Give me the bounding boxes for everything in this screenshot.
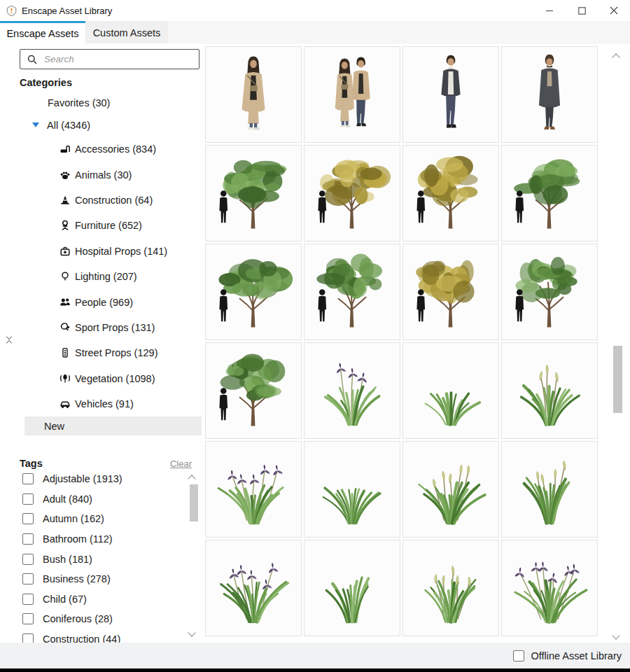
category-label: Street Props (129) (75, 347, 158, 358)
asset-thumbnail-grass-plant[interactable] (304, 441, 400, 538)
tag-label: Coniferous (28) (43, 613, 113, 624)
paddle-icon (59, 321, 71, 334)
category-item-construction[interactable]: Construction (64) (6, 188, 202, 213)
tag-checkbox[interactable] (22, 634, 34, 643)
asset-thumbnail-bud-plant-tall[interactable] (501, 441, 598, 538)
search-box (20, 49, 200, 69)
category-item-all[interactable]: All (4346) (6, 113, 202, 136)
asset-grid (205, 46, 601, 640)
asset-thumbnail-grass-plant[interactable] (402, 342, 499, 439)
tags-scrollbar-thumb[interactable] (190, 484, 198, 522)
category-item-hospital[interactable]: Hospital Props (141) (6, 239, 202, 264)
category-item-people[interactable]: People (969) (6, 289, 202, 314)
tab-custom-assets-label: Custom Assets (93, 27, 161, 38)
grid-scroll-up-icon[interactable] (613, 50, 619, 63)
titlebar: Enscape Asset Library (0, 0, 630, 21)
minimize-icon[interactable] (533, 0, 566, 21)
trees-icon (59, 372, 71, 385)
tab-bar: Enscape Assets Custom Assets (0, 21, 630, 44)
asset-thumbnail-bud-plant[interactable] (402, 441, 499, 538)
tag-item-construction[interactable]: Construction (44) (22, 629, 185, 643)
tag-item-bathroom[interactable]: Bathroom (112) (22, 529, 185, 550)
tag-item-bush[interactable]: Bush (181) (22, 549, 185, 569)
category-item-accessories[interactable]: Accessories (834) (6, 136, 202, 162)
asset-thumbnail-grass-plant-tall[interactable] (304, 540, 400, 636)
search-input[interactable] (43, 53, 199, 65)
asset-thumbnail-iris-plant-flowering[interactable] (205, 540, 302, 636)
tag-label: Adjustable (1913) (43, 473, 122, 484)
tag-checkbox[interactable] (22, 513, 34, 524)
asset-thumbnail-tree-green[interactable] (304, 244, 400, 340)
category-item-vehicles[interactable]: Vehicles (91) (6, 391, 202, 416)
asset-thumbnail-bud-plant[interactable] (402, 540, 499, 636)
category-item-animals[interactable]: Animals (30) (6, 162, 202, 187)
tab-custom-assets[interactable]: Custom Assets (85, 21, 168, 44)
asset-thumbnail-tree-autumn[interactable] (304, 145, 400, 241)
search-icon (27, 55, 37, 64)
window-bottom-edge (0, 668, 630, 672)
tag-checkbox[interactable] (22, 533, 34, 545)
tag-item-autumn[interactable]: Autumn (162) (22, 509, 185, 529)
lightbulb-icon (59, 270, 71, 283)
close-icon[interactable] (598, 0, 630, 21)
category-item-favorites[interactable]: Favorites (30) (6, 92, 202, 113)
asset-thumbnail-tree-green[interactable] (205, 244, 302, 340)
category-all-label: All (4346) (47, 120, 90, 131)
asset-thumbnail-tree-green[interactable] (501, 244, 598, 340)
category-item-furniture[interactable]: Furniture (652) (6, 213, 202, 238)
tag-item-adult[interactable]: Adult (840) (22, 489, 185, 510)
tag-item-child[interactable]: Child (67) (22, 589, 185, 610)
tag-label: Child (67) (43, 594, 87, 605)
tag-list: Adjustable (1913)Adult (840)Autumn (162)… (22, 469, 185, 643)
asset-thumbnail-iris-plant-flowering[interactable] (304, 342, 400, 439)
asset-thumbnail-couple-in-coats[interactable] (304, 46, 400, 143)
category-label: Animals (30) (75, 169, 132, 181)
category-item-vegetation[interactable]: Vegetation (1098) (6, 366, 202, 391)
tag-checkbox[interactable] (22, 493, 34, 505)
asset-thumbnail-man-in-gray-coat[interactable] (501, 46, 598, 143)
new-button[interactable]: New (24, 416, 202, 435)
tag-label: Business (278) (43, 573, 111, 584)
asset-thumbnail-tree-green[interactable] (501, 145, 598, 241)
grid-scrollbar-thumb[interactable] (613, 346, 622, 413)
tab-enscape-assets[interactable]: Enscape Assets (0, 21, 85, 44)
expand-arrow-icon[interactable] (32, 122, 39, 127)
asset-thumbnail-iris-plant-flowering[interactable] (205, 441, 302, 538)
tag-item-adjustable[interactable]: Adjustable (1913) (22, 469, 185, 489)
tag-checkbox[interactable] (22, 594, 34, 605)
tag-item-business[interactable]: Business (278) (22, 569, 185, 589)
category-label: Lighting (207) (75, 271, 137, 282)
asset-thumbnail-man-in-dark-jacket[interactable] (402, 46, 499, 143)
asset-thumbnail-iris-plant-flowering[interactable] (501, 540, 598, 636)
traffic-cone-icon (59, 194, 71, 206)
category-label: Sport Props (131) (75, 322, 155, 333)
category-label: Hospital Props (141) (75, 246, 167, 257)
category-label: People (969) (75, 297, 133, 308)
tags-scroll-up-icon[interactable] (189, 472, 195, 484)
window-title: Enscape Asset Library (22, 6, 112, 16)
maximize-icon[interactable] (566, 0, 598, 21)
sidebar-collapse-handle[interactable] (7, 335, 11, 345)
enscape-logo-icon (6, 5, 18, 17)
tags-heading: Tags (20, 458, 43, 469)
asset-thumbnail-tree-autumn[interactable] (402, 145, 499, 241)
grid-scroll-down-icon[interactable] (613, 629, 619, 641)
asset-thumbnail-tree-green[interactable] (205, 342, 302, 439)
category-item-lighting[interactable]: Lighting (207) (6, 264, 202, 289)
asset-thumbnail-bud-plant[interactable] (501, 342, 598, 439)
category-item-sport[interactable]: Sport Props (131) (6, 315, 202, 340)
category-item-street[interactable]: Street Props (129) (6, 340, 202, 365)
tag-checkbox[interactable] (22, 613, 34, 624)
offline-asset-library-label: Offline Asset Library (531, 650, 622, 662)
asset-thumbnail-tree-green[interactable] (205, 145, 302, 241)
asset-thumbnail-woman-in-trench-coat[interactable] (205, 46, 302, 143)
tag-checkbox[interactable] (22, 554, 34, 565)
tag-checkbox[interactable] (22, 473, 34, 484)
offline-asset-library-checkbox[interactable] (513, 650, 524, 662)
clear-tags-link[interactable]: Clear (170, 458, 192, 469)
asset-thumbnail-tree-autumn[interactable] (402, 244, 499, 340)
tags-scroll-down-icon[interactable] (189, 626, 195, 638)
tag-item-coniferous[interactable]: Coniferous (28) (22, 609, 185, 629)
tag-label: Bathroom (112) (43, 533, 113, 545)
tag-checkbox[interactable] (22, 573, 34, 584)
